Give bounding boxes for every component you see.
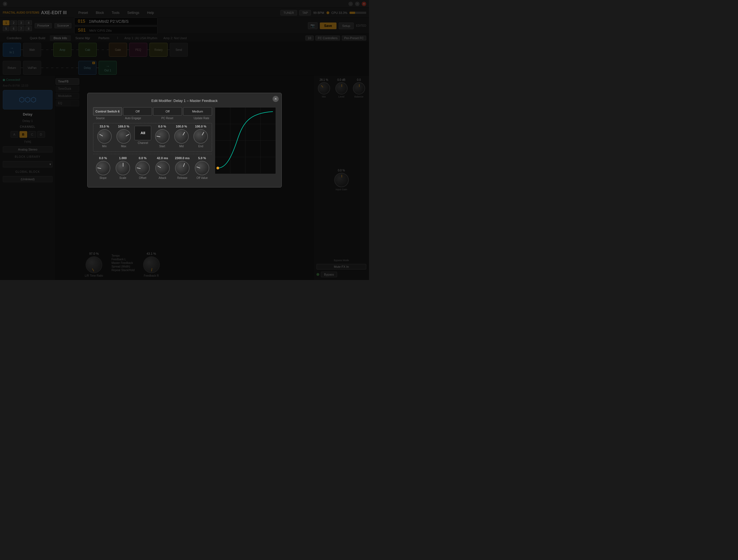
pc-reset-button[interactable]: Off xyxy=(153,107,182,115)
auto-engage-button[interactable]: Off xyxy=(123,107,152,115)
offset-value: 0.0 % xyxy=(139,156,146,160)
mid-knob[interactable] xyxy=(174,129,189,144)
modal-right xyxy=(215,107,276,182)
source-labels: Source Auto Engage PC Reset Update Rate xyxy=(93,117,212,120)
off-value-knob-group: 5.0 % Off Value xyxy=(192,156,212,179)
source-label: Source xyxy=(96,117,105,120)
offset-knob-group: 0.0 % Offset xyxy=(133,156,152,179)
release-label: Release xyxy=(177,176,188,179)
start-knob[interactable] xyxy=(155,129,169,144)
row2-knobs: 0.0 % Slope 1.000 Scale xyxy=(93,156,212,179)
scale-knob[interactable] xyxy=(115,161,130,175)
max-knob-group: 169.0 % Max xyxy=(114,125,133,148)
start-knob-group: 0.0 % Start xyxy=(152,125,172,148)
graph-area xyxy=(215,107,276,174)
row1-knobs: 33.0 % Min 169.0 % Max xyxy=(95,125,210,148)
source-row: Control Switch 6 Off Off Medium xyxy=(93,107,212,115)
control-switch-button[interactable]: Control Switch 6 xyxy=(93,107,122,115)
slope-knob[interactable] xyxy=(96,161,110,175)
end-value: 100.0 % xyxy=(195,125,206,128)
off-value-label: Off Value xyxy=(197,176,208,179)
channel-label: Channel xyxy=(138,141,148,144)
scale-label: Scale xyxy=(119,176,126,179)
release-knob-group: 2300.0 ms Release xyxy=(172,156,192,179)
edit-modifier-modal: ✕ Edit Modifier: Delay 1 – Master Feedba… xyxy=(87,93,282,187)
attack-knob-group: 42.0 ms Attack xyxy=(152,156,172,179)
slope-label: Slope xyxy=(99,176,107,179)
attack-knob[interactable] xyxy=(155,161,170,175)
start-label: Start xyxy=(159,145,165,148)
slope-knob-group: 0.0 % Slope xyxy=(93,156,113,179)
min-knob-group: 33.0 % Min xyxy=(95,125,114,148)
update-rate-button[interactable]: Medium xyxy=(183,107,212,115)
mid-label: Mid xyxy=(179,145,184,148)
max-knob[interactable] xyxy=(116,129,131,144)
offset-knob[interactable] xyxy=(135,161,150,175)
channel-knob-group: All Channel xyxy=(133,125,152,148)
channel-button[interactable]: All xyxy=(134,126,151,140)
modal-overlay: ✕ Edit Modifier: Delay 1 – Master Feedba… xyxy=(0,0,369,280)
min-knob[interactable] xyxy=(97,129,112,144)
off-value-knob[interactable] xyxy=(195,161,209,175)
pc-reset-label: PC Reset xyxy=(161,117,173,120)
min-value: 33.0 % xyxy=(100,125,109,128)
auto-engage-label: Auto Engage xyxy=(125,117,141,120)
modal-title: Edit Modifier: Delay 1 – Master Feedback xyxy=(93,99,276,103)
max-value: 169.0 % xyxy=(118,125,129,128)
mid-knob-group: 100.0 % Mid xyxy=(172,125,191,148)
end-knob-group: 100.0 % End xyxy=(191,125,210,148)
svg-point-7 xyxy=(217,167,219,169)
end-label: End xyxy=(198,145,203,148)
modal-close-button[interactable]: ✕ xyxy=(273,96,279,102)
start-value: 0.0 % xyxy=(158,125,166,128)
slope-value: 0.0 % xyxy=(99,156,107,160)
off-value-val: 5.0 % xyxy=(198,156,206,160)
graph-svg xyxy=(215,107,276,174)
update-rate-label: Update Rate xyxy=(194,117,209,120)
end-knob[interactable] xyxy=(194,129,208,144)
modal-body: Control Switch 6 Off Off Medium Source A… xyxy=(93,107,276,182)
row1-dashed-box: 33.0 % Min 169.0 % Max xyxy=(93,123,212,152)
attack-value: 42.0 ms xyxy=(157,156,168,160)
release-value: 2300.0 ms xyxy=(175,156,190,160)
release-knob[interactable] xyxy=(175,161,190,175)
scale-value: 1.000 xyxy=(119,156,127,160)
min-label: Min xyxy=(102,145,107,148)
attack-label: Attack xyxy=(159,176,166,179)
modal-left: Control Switch 6 Off Off Medium Source A… xyxy=(93,107,212,182)
scale-knob-group: 1.000 Scale xyxy=(113,156,132,179)
offset-label: Offset xyxy=(139,176,146,179)
mid-value: 100.0 % xyxy=(176,125,187,128)
max-label: Max xyxy=(121,145,126,148)
